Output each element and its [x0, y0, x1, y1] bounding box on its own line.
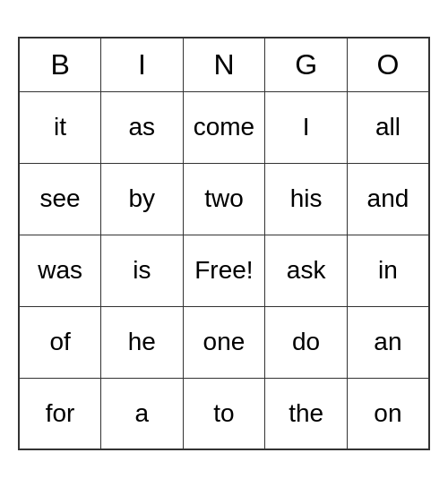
cell-1-2: two: [183, 163, 265, 235]
cell-0-0: it: [19, 91, 101, 163]
row-2: wasisFree!askin: [19, 235, 429, 306]
cell-1-4: and: [347, 163, 429, 235]
cell-4-4: on: [347, 378, 429, 449]
cell-2-4: in: [347, 235, 429, 306]
header-row: BINGO: [19, 38, 429, 91]
row-1: seebytwohisand: [19, 163, 429, 235]
cell-2-1: is: [101, 235, 183, 306]
bingo-card: BINGO itascomeIallseebytwohisandwasisFre…: [18, 37, 430, 450]
cell-4-3: the: [265, 378, 348, 449]
cell-4-0: for: [19, 378, 101, 449]
header-col-n: N: [183, 38, 265, 91]
cell-3-3: do: [265, 306, 348, 378]
cell-1-0: see: [19, 163, 101, 235]
cell-0-3: I: [265, 91, 348, 163]
cell-0-1: as: [101, 91, 183, 163]
cell-3-2: one: [183, 306, 265, 378]
cell-0-4: all: [347, 91, 429, 163]
header-col-g: G: [265, 38, 348, 91]
bingo-body: itascomeIallseebytwohisandwasisFree!aski…: [19, 91, 429, 449]
row-3: ofheonedoan: [19, 306, 429, 378]
cell-2-3: ask: [265, 235, 348, 306]
cell-4-2: to: [183, 378, 265, 449]
cell-2-2: Free!: [183, 235, 265, 306]
header-col-i: I: [101, 38, 183, 91]
cell-2-0: was: [19, 235, 101, 306]
cell-1-3: his: [265, 163, 348, 235]
cell-3-0: of: [19, 306, 101, 378]
row-0: itascomeIall: [19, 91, 429, 163]
row-4: foratotheon: [19, 378, 429, 449]
cell-0-2: come: [183, 91, 265, 163]
cell-3-4: an: [347, 306, 429, 378]
header-col-b: B: [19, 38, 101, 91]
cell-3-1: he: [101, 306, 183, 378]
cell-4-1: a: [101, 378, 183, 449]
header-col-o: O: [347, 38, 429, 91]
cell-1-1: by: [101, 163, 183, 235]
